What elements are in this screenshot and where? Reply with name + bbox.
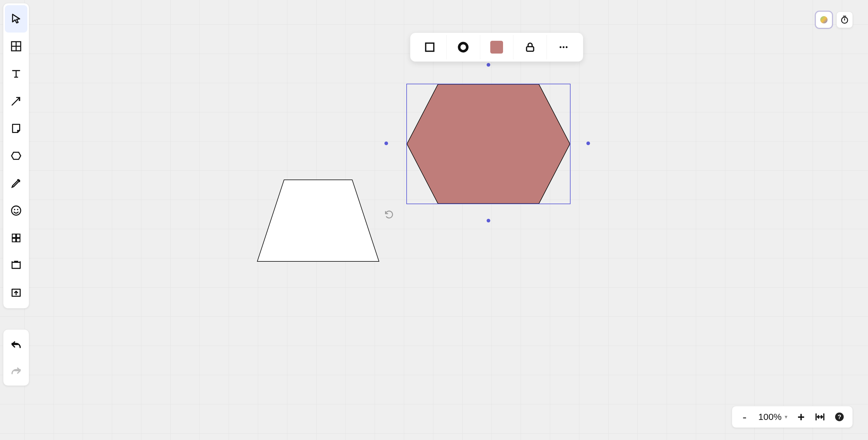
zoom-controls: - 100% ▾ + ? (732, 406, 853, 428)
shape-hexagon[interactable] (406, 84, 570, 204)
appearance-button[interactable] (816, 11, 832, 28)
shape-context-toolbar (410, 33, 583, 62)
emoji-tool[interactable] (5, 197, 27, 224)
fit-width-button[interactable] (815, 412, 825, 422)
svg-point-14 (459, 43, 467, 52)
svg-rect-9 (12, 234, 16, 237)
zoom-level-dropdown[interactable]: 100% ▾ (758, 412, 787, 422)
svg-rect-13 (426, 43, 434, 52)
zoom-in-button[interactable]: + (797, 410, 806, 424)
history-toolbar (3, 329, 29, 386)
lock-button[interactable] (514, 35, 547, 59)
upload-tool[interactable] (5, 279, 27, 306)
svg-point-7 (14, 209, 15, 210)
text-tool[interactable] (5, 60, 27, 87)
zoom-out-button[interactable]: - (740, 410, 749, 424)
selection-handle-n[interactable] (487, 63, 490, 67)
widgets-tool[interactable] (5, 224, 27, 252)
svg-point-16 (560, 46, 561, 48)
select-tool[interactable] (5, 5, 27, 33)
note-tool[interactable] (5, 115, 27, 142)
svg-rect-10 (17, 234, 20, 237)
fill-color-button[interactable] (480, 35, 514, 59)
chevron-down-icon: ▾ (785, 413, 787, 420)
svg-point-19 (820, 16, 828, 23)
selection-handle-s[interactable] (487, 219, 490, 223)
undo-button[interactable] (5, 331, 27, 357)
selection-handle-e[interactable] (586, 142, 590, 145)
rotate-handle[interactable] (384, 209, 394, 221)
selection-handle-w[interactable] (384, 142, 388, 145)
main-toolbar (3, 3, 29, 309)
shape-trapezoid[interactable] (257, 179, 379, 262)
arrow-tool[interactable] (5, 87, 27, 115)
help-button[interactable]: ? (834, 412, 845, 422)
frame-tool[interactable] (5, 33, 27, 60)
canvas[interactable] (0, 0, 868, 440)
plus-icon: + (798, 410, 804, 424)
svg-point-8 (17, 209, 18, 210)
fill-swatch-icon (490, 41, 503, 54)
svg-point-6 (11, 206, 21, 215)
svg-rect-12 (17, 238, 20, 242)
svg-marker-5 (11, 152, 21, 159)
svg-marker-1 (407, 84, 570, 204)
svg-point-17 (563, 46, 564, 48)
pencil-tool[interactable] (5, 170, 27, 197)
more-options-button[interactable] (547, 35, 580, 59)
shape-tool[interactable] (5, 142, 27, 170)
stroke-style-button[interactable] (413, 35, 447, 59)
stroke-color-button[interactable] (447, 35, 480, 59)
minus-icon: - (743, 410, 747, 424)
template-tool[interactable] (5, 252, 27, 279)
timer-button[interactable] (836, 11, 853, 28)
zoom-level-label: 100% (758, 412, 782, 422)
svg-marker-0 (257, 180, 379, 261)
redo-button (5, 357, 27, 384)
svg-rect-15 (526, 47, 533, 51)
top-right-controls (816, 11, 853, 28)
svg-point-18 (566, 46, 567, 48)
svg-text:?: ? (838, 413, 841, 420)
svg-rect-11 (12, 238, 16, 242)
